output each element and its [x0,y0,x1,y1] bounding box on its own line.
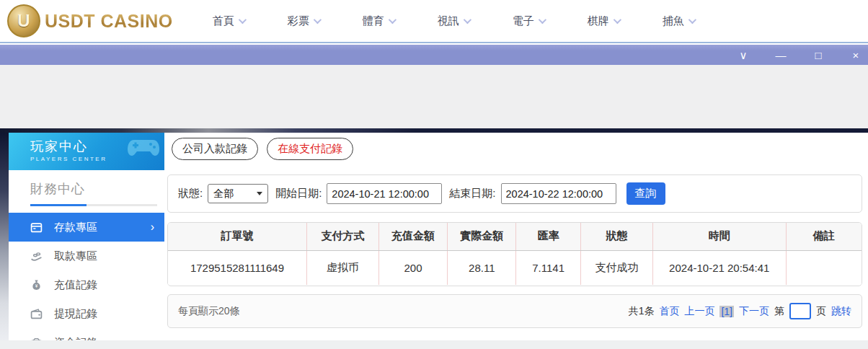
window-close-icon[interactable]: × [849,50,862,61]
search-button[interactable]: 查詢 [626,182,665,205]
sidebar-item-withdraw[interactable]: 取款專區 [9,242,164,270]
main-nav: 首頁 彩票 體育 視訊 電子 棋牌 捕魚 [213,14,738,28]
tab-company-deposit-records[interactable]: 公司入款記錄 [172,138,258,160]
nav-label: 彩票 [288,14,309,28]
start-date-input[interactable] [327,183,442,204]
sidebar: 玩家中心 PLAYERS CENTER 財務中心 [9,133,164,340]
window-titlebar: ∨ — □ × [0,45,868,65]
table-row: 1729515281111649 虚拟币 200 28.11 7.1141 支付… [168,250,862,285]
nav-label: 電子 [513,14,534,28]
wallet-icon [30,308,43,320]
chevron-right-icon: › [151,221,154,234]
window-minimize-icon[interactable]: — [774,50,787,61]
start-date-label: 開始日期: [275,187,322,200]
next-page-link[interactable]: 下一页 [739,305,769,318]
sidebar-section: 財務中心 [9,170,164,206]
col-recharge-amount: 充值金額 [378,223,447,250]
sidebar-section-title: 財務中心 [30,180,164,198]
cell-recharge-amount: 200 [378,250,447,285]
cell-order-no: 1729515281111649 [168,250,306,285]
chevron-down-icon [238,16,246,24]
logo-badge-letter: U [17,11,30,31]
page-size-text: 每頁顯示20條 [178,305,240,318]
total-count-text: 共1条 [629,305,655,318]
window-maximize-icon[interactable]: □ [812,50,825,61]
sidebar-header: 玩家中心 PLAYERS CENTER [9,133,164,170]
chevron-down-icon [313,16,321,24]
col-actual-amount: 實際金額 [448,223,516,250]
nav-label: 視訊 [438,14,459,28]
jump-button[interactable]: 跳转 [831,305,851,318]
nav-label: 體育 [363,14,384,28]
first-page-link[interactable]: 首页 [659,305,679,318]
prev-page-link[interactable]: 上一页 [684,305,714,318]
cell-time: 2024-10-21 20:54:41 [652,250,786,285]
logo-coin-icon: U [7,4,40,37]
status-label: 狀態: [178,187,203,200]
hand-coin-icon [30,250,43,262]
record-tabs: 公司入款記錄 在線支付記錄 [172,138,353,160]
cell-remark [786,250,862,285]
main-region: 玩家中心 PLAYERS CENTER 財務中心 [0,133,868,340]
col-exchange-rate: 匯率 [516,223,580,250]
sidebar-item-label: 充值記錄 [54,278,97,292]
cell-actual-amount: 28.11 [448,250,516,285]
chevron-down-icon [388,16,396,24]
gamepad-icon [127,136,160,160]
jump-prefix-label: 第 [774,305,784,318]
nav-item-lottery[interactable]: 彩票 [288,14,363,28]
nav-item-live[interactable]: 視訊 [438,14,513,28]
chevron-down-icon [613,16,621,24]
logo[interactable]: U USDT CASINO [7,4,173,37]
chevron-down-icon [463,16,471,24]
jump-page-input[interactable] [789,303,811,319]
svg-text:¥: ¥ [35,283,38,288]
end-date-label: 結束日期: [449,187,495,200]
nav-item-sports[interactable]: 體育 [363,14,438,28]
bottom-edge-strip [0,340,868,349]
money-bag-icon: ¥ [30,279,43,291]
sidebar-item-recharge-records[interactable]: ¥ 充值記錄 [9,270,164,299]
tab-online-payment-records[interactable]: 在線支付記錄 [267,138,353,160]
pagination-bar: 每頁顯示20條 共1条 首页 上一页 [1] 下一页 第 页 跳转 [167,294,862,328]
logo-text: USDT CASINO [45,11,173,32]
nav-item-slots[interactable]: 電子 [513,14,588,28]
pagination-controls: 共1条 首页 上一页 [1] 下一页 第 页 跳转 [629,303,851,319]
nav-label: 棋牌 [588,14,609,28]
col-time: 時間 [652,223,786,250]
select-arrow-icon [257,192,262,195]
sidebar-item-label: 取款專區 [54,249,97,263]
site-header: U USDT CASINO 首頁 彩票 體育 視訊 電子 棋牌 [0,0,868,43]
table-header-row: 訂單號 支付方式 充值金額 實際金額 匯率 狀態 時間 備註 [168,223,862,250]
window-dropdown-icon[interactable]: ∨ [737,50,750,61]
records-table: 訂單號 支付方式 充值金額 實際金額 匯率 狀態 時間 備註 172951528 [168,223,862,285]
cell-exchange-rate: 7.1141 [516,250,580,285]
sidebar-item-deposit[interactable]: 存款專區 › [9,213,164,242]
col-payment-method: 支付方式 [306,223,378,250]
sidebar-menu: 存款專區 › 取款專區 ¥ 充值記錄 [9,213,164,349]
filter-bar: 狀態: 全部 開始日期: 結束日期: 查詢 [167,174,862,213]
banner-area [0,65,868,128]
sidebar-item-label: 存款專區 [54,221,97,234]
sidebar-item-withdrawal-records[interactable]: 提現記錄 [9,299,164,328]
sidebar-item-label: 提現記錄 [54,307,97,321]
nav-label: 捕魚 [663,14,684,28]
nav-label: 首頁 [213,14,234,28]
jump-suffix-label: 页 [816,305,826,318]
left-edge-strip [0,133,9,340]
nav-item-home[interactable]: 首頁 [213,14,288,28]
current-page-indicator: [1] [719,306,734,317]
section-underline [30,204,157,206]
cell-status: 支付成功 [580,250,652,285]
app-window: U USDT CASINO 首頁 彩票 體育 視訊 電子 棋牌 [0,0,868,349]
chevron-down-icon [538,16,546,24]
records-table-container: 訂單號 支付方式 充值金額 實際金額 匯率 狀態 時間 備註 172951528 [167,222,862,286]
col-status: 狀態 [580,223,652,250]
status-select-value: 全部 [213,187,254,200]
nav-item-fishing[interactable]: 捕魚 [663,14,738,28]
end-date-input[interactable] [501,183,616,204]
cell-payment-method: 虚拟币 [306,250,378,285]
status-select[interactable]: 全部 [208,184,268,203]
nav-item-cards[interactable]: 棋牌 [588,14,663,28]
col-order-no: 訂單號 [168,223,306,250]
